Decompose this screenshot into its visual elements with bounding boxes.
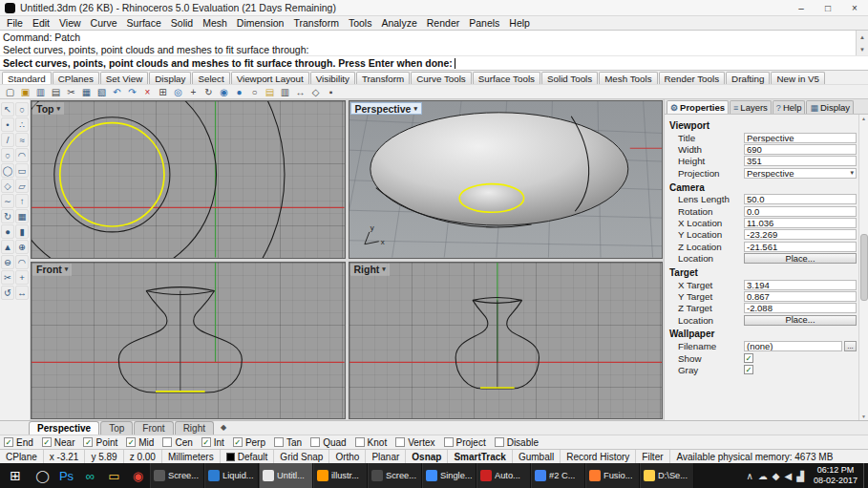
file-explorer-icon[interactable]: ▭ xyxy=(102,463,126,488)
command-history-scrollbar[interactable]: ▲ ▼ xyxy=(856,31,868,55)
toolbar-tab-solid-tools[interactable]: Solid Tools xyxy=(541,72,598,84)
menu-item-surface[interactable]: Surface xyxy=(122,17,166,29)
menu-item-curve[interactable]: Curve xyxy=(86,17,122,29)
toolbar-tab-transform[interactable]: Transform xyxy=(356,72,410,84)
toolbar-tab-new-in-v5[interactable]: New in V5 xyxy=(771,72,825,84)
circle-tool-icon[interactable]: ○ xyxy=(1,148,14,162)
y-target-field[interactable]: 0.867 xyxy=(744,291,857,302)
outer-circle-curve[interactable] xyxy=(32,101,285,258)
menu-item-solid[interactable]: Solid xyxy=(166,17,198,29)
viewport-tab-top[interactable]: Top xyxy=(100,421,133,435)
toolbar-tab-set-view[interactable]: Set View xyxy=(100,72,148,84)
scrollbar-thumb[interactable] xyxy=(860,234,868,301)
menu-item-file[interactable]: File xyxy=(2,17,28,29)
pointer-tool-icon[interactable]: ↖ xyxy=(1,102,14,117)
browse-button[interactable]: ... xyxy=(844,341,857,351)
rectangle-tool-icon[interactable]: ▭ xyxy=(15,163,29,178)
cut-icon[interactable]: ✂ xyxy=(64,85,78,98)
zoom-extents-icon[interactable]: ◎ xyxy=(171,85,185,98)
toggle-planar[interactable]: Planar xyxy=(366,450,406,463)
toggle-record-history[interactable]: Record History xyxy=(561,450,636,463)
start-button[interactable]: ⊞ xyxy=(0,463,31,488)
rotation-field[interactable]: 0.0 xyxy=(744,206,857,217)
panel-tab-help[interactable]: ?Help xyxy=(773,100,806,114)
network-icon[interactable]: ▟ xyxy=(796,471,804,481)
scale-tool-icon[interactable]: ↔ xyxy=(15,286,29,300)
menu-item-analyze[interactable]: Analyze xyxy=(376,17,421,29)
cone-tool-icon[interactable]: ▲ xyxy=(1,240,14,254)
open-file-icon[interactable]: ▣ xyxy=(18,85,32,98)
show-desktop-button[interactable] xyxy=(863,463,868,488)
taskbar-clock[interactable]: 06:12 PM 08-02-2017 xyxy=(808,463,863,488)
osnap-disable[interactable]: Disable xyxy=(495,437,539,448)
menu-item-view[interactable]: View xyxy=(54,17,86,29)
top-viewport[interactable]: Top▾ xyxy=(31,100,346,259)
z-target-field[interactable]: -2.088 xyxy=(744,303,857,313)
box-tool-icon[interactable]: ▦ xyxy=(15,209,29,223)
front-viewport-title[interactable]: Front▾ xyxy=(32,264,72,276)
close-button[interactable]: × xyxy=(841,0,868,15)
selection-filter-tool-icon[interactable]: ○ xyxy=(15,102,29,117)
undo-icon[interactable]: ↶ xyxy=(110,85,124,98)
y-location-field[interactable]: -23.269 xyxy=(744,229,857,240)
redo-icon[interactable]: ↷ xyxy=(125,85,139,98)
toolbar-tab-cplanes[interactable]: CPlanes xyxy=(53,72,99,84)
chevron-down-icon[interactable]: ▾ xyxy=(413,105,417,113)
osnap-cen[interactable]: Cen xyxy=(162,437,192,448)
right-viewport[interactable]: Right▾ xyxy=(349,262,664,420)
title-field[interactable]: Perspective xyxy=(744,133,857,143)
extrude-tool-icon[interactable]: ↑ xyxy=(15,194,29,208)
height-field[interactable]: 351 xyxy=(744,156,857,166)
right-viewport-title[interactable]: Right▾ xyxy=(350,264,390,276)
place-button[interactable]: Place... xyxy=(744,253,857,264)
copy-icon[interactable]: ▦ xyxy=(79,85,94,98)
front-viewport-canvas[interactable] xyxy=(32,263,345,419)
screen-recorder-window[interactable]: Scree... xyxy=(368,463,422,488)
polyline-tool-icon[interactable]: / xyxy=(1,133,14,147)
layer-indicator[interactable]: Default xyxy=(221,450,275,463)
cylinder-tool-icon[interactable]: ▮ xyxy=(15,224,29,239)
osnap-perp[interactable]: ✓Perp xyxy=(233,437,265,448)
lens-length-field[interactable]: 50.0 xyxy=(744,194,857,204)
toggle-osnap[interactable]: Osnap xyxy=(406,450,448,463)
menu-item-tools[interactable]: Tools xyxy=(344,17,377,29)
panel-tab-properties[interactable]: ⚙Properties xyxy=(667,100,729,114)
menu-item-dimension[interactable]: Dimension xyxy=(232,17,289,29)
panel-tab-layers[interactable]: ≡Layers xyxy=(730,100,772,114)
inner-circle-curve[interactable] xyxy=(54,117,170,232)
fusion360-window[interactable]: Fusio... xyxy=(585,463,640,488)
chrome-window-2[interactable]: #2 C... xyxy=(531,463,585,488)
osnap-point[interactable]: ✓Point xyxy=(83,437,117,448)
toggle-smarttrack[interactable]: SmartTrack xyxy=(448,450,512,463)
chevron-down-icon[interactable]: ▾ xyxy=(56,105,60,113)
save-file-icon[interactable]: ▥ xyxy=(33,85,48,98)
top-viewport-title[interactable]: Top▾ xyxy=(32,102,64,115)
arc-tool-icon[interactable]: ◠ xyxy=(15,148,29,162)
move-tool-icon[interactable]: + xyxy=(15,270,29,285)
toolbar-tab-mesh-tools[interactable]: Mesh Tools xyxy=(599,72,657,84)
maximize-button[interactable]: □ xyxy=(815,0,841,15)
rotate-view-icon[interactable]: ↻ xyxy=(201,85,216,98)
toolbar-tab-viewport-layout[interactable]: Viewport Layout xyxy=(231,72,309,84)
perspective-viewport-canvas[interactable]: xy xyxy=(349,101,663,258)
shaded-view-icon[interactable]: ● xyxy=(232,85,246,98)
show-checkbox[interactable]: ✓ xyxy=(744,353,753,363)
hidden-icons-chevron[interactable]: ∧ xyxy=(747,471,753,481)
screenshot-app-window[interactable]: Scree... xyxy=(150,463,204,488)
toolbar-tab-standard[interactable]: Standard xyxy=(2,72,52,84)
osnap-end[interactable]: ✓End xyxy=(4,437,33,448)
width-field[interactable]: 690 xyxy=(744,144,857,155)
osnap-int[interactable]: ✓Int xyxy=(201,437,224,448)
single-window[interactable]: Single... xyxy=(422,463,476,488)
object-properties-icon[interactable]: ▥ xyxy=(278,85,292,98)
wireframe-view-icon[interactable]: ○ xyxy=(247,85,262,98)
rhino-app-window[interactable]: Untitl... xyxy=(259,463,313,488)
print-icon[interactable]: ▤ xyxy=(49,85,63,98)
new-file-icon[interactable]: ▢ xyxy=(3,85,17,98)
chevron-down-icon[interactable]: ▾ xyxy=(65,265,69,273)
toolbar-tab-curve-tools[interactable]: Curve Tools xyxy=(411,72,472,84)
chrome-icon[interactable]: ◉ xyxy=(126,463,150,488)
lock-objects-icon[interactable]: ▪ xyxy=(324,85,338,98)
zoom-window-icon[interactable]: ◉ xyxy=(217,85,231,98)
loft-tool-icon[interactable]: ∼ xyxy=(1,194,14,208)
